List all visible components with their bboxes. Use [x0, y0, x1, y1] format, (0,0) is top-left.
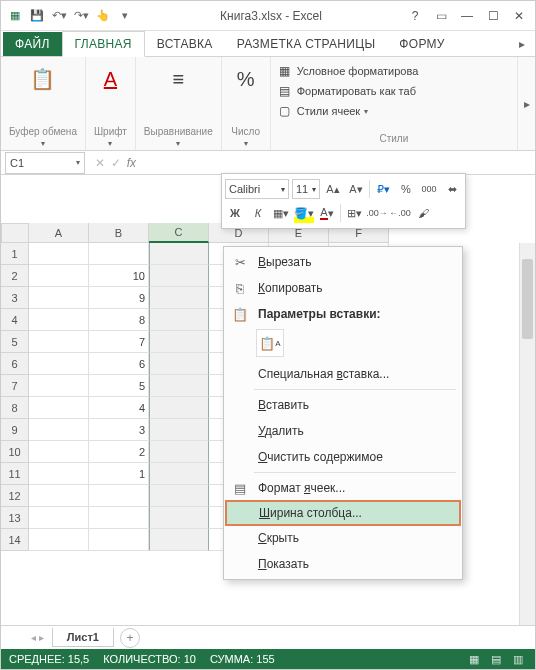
cell[interactable]: 2	[89, 441, 149, 463]
mini-font-select[interactable]: Calibri▾	[225, 179, 289, 199]
font-color-icon[interactable]: A▾	[317, 203, 337, 223]
cell[interactable]	[89, 507, 149, 529]
undo-icon[interactable]: ↶▾	[51, 8, 67, 24]
bold-button[interactable]: Ж	[225, 203, 245, 223]
paste-option-default[interactable]: 📋A	[256, 329, 284, 357]
menu-paste-special[interactable]: Специальная вставка...	[226, 361, 460, 387]
ribbon-scroll-icon[interactable]: ▸	[517, 57, 535, 150]
cell[interactable]	[29, 353, 89, 375]
percent-icon[interactable]: %	[396, 179, 416, 199]
increase-font-icon[interactable]: A▴	[323, 179, 343, 199]
normal-view-icon[interactable]: ▦	[465, 652, 483, 666]
mini-size-select[interactable]: 11▾	[292, 179, 320, 199]
sheet-nav[interactable]: ◂ ▸	[31, 632, 44, 643]
cell[interactable]	[149, 419, 209, 441]
enter-icon[interactable]: ✓	[111, 156, 121, 170]
menu-clear-contents[interactable]: Очистить содержимое	[226, 444, 460, 470]
cell[interactable]	[29, 243, 89, 265]
row-header[interactable]: 9	[1, 419, 29, 441]
alignment-button[interactable]: ≡	[162, 61, 194, 97]
cell[interactable]: 5	[89, 375, 149, 397]
select-all-corner[interactable]	[1, 223, 29, 243]
fill-color-icon[interactable]: 🪣▾	[294, 203, 314, 223]
touch-mode-icon[interactable]: 👆	[95, 8, 111, 24]
borders-icon[interactable]: ⊞▾	[344, 203, 364, 223]
row-header[interactable]: 6	[1, 353, 29, 375]
comma-style-icon[interactable]: 000	[419, 179, 439, 199]
format-as-table-button[interactable]: ▤ Форматировать как таб	[277, 81, 511, 101]
cell[interactable]	[149, 375, 209, 397]
help-icon[interactable]: ?	[403, 6, 427, 26]
cell[interactable]	[29, 331, 89, 353]
add-sheet-button[interactable]: +	[120, 628, 140, 648]
accounting-format-icon[interactable]: ₽▾	[373, 179, 393, 199]
menu-insert[interactable]: Вставить	[226, 392, 460, 418]
decrease-font-icon[interactable]: A▾	[346, 179, 366, 199]
cell[interactable]: 10	[89, 265, 149, 287]
tab-formulas[interactable]: ФОРМУ	[387, 32, 456, 56]
cell[interactable]	[149, 529, 209, 551]
maximize-icon[interactable]: ☐	[481, 6, 505, 26]
row-header[interactable]: 7	[1, 375, 29, 397]
minimize-icon[interactable]: —	[455, 6, 479, 26]
cell[interactable]	[29, 397, 89, 419]
cell-styles-button[interactable]: ▢ Стили ячеек ▾	[277, 101, 511, 121]
cell[interactable]	[29, 529, 89, 551]
cell[interactable]	[29, 265, 89, 287]
cell[interactable]	[149, 507, 209, 529]
cell[interactable]	[149, 287, 209, 309]
row-header[interactable]: 12	[1, 485, 29, 507]
cell[interactable]: 8	[89, 309, 149, 331]
row-header[interactable]: 4	[1, 309, 29, 331]
tab-file[interactable]: ФАЙЛ	[3, 32, 62, 56]
fx-icon[interactable]: fx	[127, 156, 136, 170]
cell[interactable]	[89, 485, 149, 507]
cell[interactable]	[149, 353, 209, 375]
menu-copy[interactable]: ⎘ Копировать	[226, 275, 460, 301]
cell[interactable]: 1	[89, 463, 149, 485]
conditional-formatting-button[interactable]: ▦ Условное форматирова	[277, 61, 511, 81]
tab-insert[interactable]: ВСТАВКА	[145, 32, 225, 56]
tabs-scroll-icon[interactable]: ▸	[513, 32, 531, 56]
row-header[interactable]: 11	[1, 463, 29, 485]
menu-column-width[interactable]: Ширина столбца...	[225, 500, 461, 526]
merge-center-icon[interactable]: ⬌	[442, 179, 462, 199]
name-box[interactable]: C1 ▾	[5, 152, 85, 174]
column-header[interactable]: B	[89, 223, 149, 243]
cell[interactable]	[29, 463, 89, 485]
sheet-tab[interactable]: Лист1	[52, 628, 114, 647]
row-header[interactable]: 8	[1, 397, 29, 419]
number-button[interactable]: %	[230, 61, 262, 97]
row-header[interactable]: 2	[1, 265, 29, 287]
row-header[interactable]: 14	[1, 529, 29, 551]
row-header[interactable]: 1	[1, 243, 29, 265]
cell[interactable]	[29, 441, 89, 463]
cell[interactable]	[29, 419, 89, 441]
cancel-icon[interactable]: ✕	[95, 156, 105, 170]
menu-delete[interactable]: Удалить	[226, 418, 460, 444]
cell[interactable]	[149, 243, 209, 265]
menu-show[interactable]: Показать	[226, 551, 460, 577]
cell[interactable]	[29, 375, 89, 397]
increase-decimal-icon[interactable]: .00→	[367, 203, 387, 223]
cell[interactable]	[89, 243, 149, 265]
cell[interactable]	[29, 287, 89, 309]
menu-cut[interactable]: ✂ Вырезать	[226, 249, 460, 275]
cell[interactable]	[29, 485, 89, 507]
redo-icon[interactable]: ↷▾	[73, 8, 89, 24]
tab-page-layout[interactable]: РАЗМЕТКА СТРАНИЦЫ	[225, 32, 388, 56]
row-header[interactable]: 5	[1, 331, 29, 353]
page-break-view-icon[interactable]: ▥	[509, 652, 527, 666]
row-header[interactable]: 3	[1, 287, 29, 309]
font-button[interactable]: A	[94, 61, 126, 97]
ribbon-options-icon[interactable]: ▭	[429, 6, 453, 26]
cell[interactable]	[29, 507, 89, 529]
chevron-down-icon[interactable]: ▾	[244, 139, 248, 148]
cell[interactable]	[89, 529, 149, 551]
chevron-down-icon[interactable]: ▾	[41, 139, 45, 148]
cell[interactable]	[149, 309, 209, 331]
cell[interactable]: 3	[89, 419, 149, 441]
qat-customize-icon[interactable]: ▾	[117, 8, 133, 24]
tab-home[interactable]: ГЛАВНАЯ	[62, 31, 145, 57]
italic-button[interactable]: К	[248, 203, 268, 223]
